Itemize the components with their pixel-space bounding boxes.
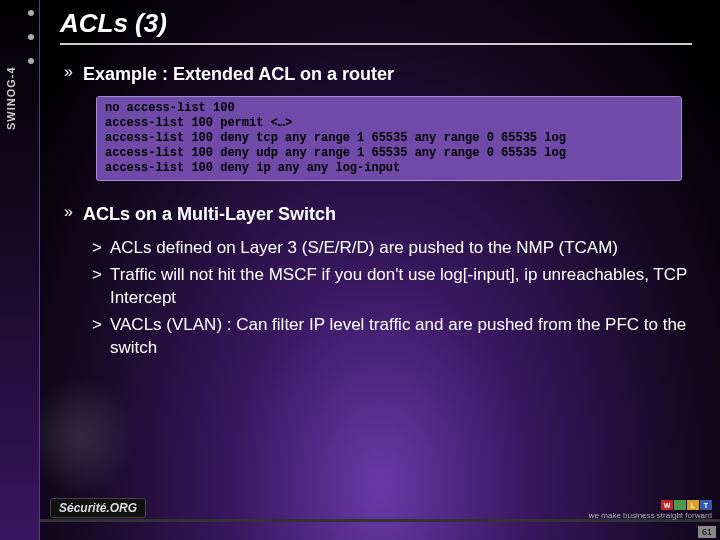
sidebar-dots	[28, 10, 34, 82]
chevron-icon: >	[92, 314, 102, 336]
page-number: 61	[698, 526, 716, 538]
bullet-text: Example : Extended ACL on a router	[83, 63, 394, 86]
code-block: no access-list 100 access-list 100 permi…	[96, 96, 682, 181]
sub-bullet: > VACLs (VLAN) : Can filter IP level tra…	[92, 314, 692, 360]
chevron-icon: >	[92, 264, 102, 286]
block: W	[661, 500, 673, 510]
sub-bullet: > Traffic will not hit the MSCF if you d…	[92, 264, 692, 310]
slide-title: ACLs (3)	[60, 8, 692, 39]
bullet-multilayer: » ACLs on a Multi-Layer Switch	[60, 203, 692, 226]
footer: Sécurité.ORG W L T we make business stra…	[40, 500, 720, 540]
block	[674, 500, 686, 510]
sub-text: ACLs defined on Layer 3 (S/E/R/D) are pu…	[110, 237, 618, 260]
arrow-icon: »	[64, 63, 73, 81]
bullet-text: ACLs on a Multi-Layer Switch	[83, 203, 336, 226]
color-blocks: W L T	[589, 500, 712, 510]
sub-text: Traffic will not hit the MSCF if you don…	[110, 264, 692, 310]
sub-bullet: > ACLs defined on Layer 3 (S/E/R/D) are …	[92, 237, 692, 260]
block: L	[687, 500, 699, 510]
sidebar: SWINOG-4	[0, 0, 40, 540]
title-rule	[60, 43, 692, 45]
arrow-icon: »	[64, 203, 73, 221]
block: T	[700, 500, 712, 510]
tagline: we make business straight forward	[589, 511, 712, 520]
fingerprint-graphic	[40, 372, 140, 502]
logo-securite: Sécurité.ORG	[50, 498, 146, 518]
sub-text: VACLs (VLAN) : Can filter IP level traff…	[110, 314, 692, 360]
chevron-icon: >	[92, 237, 102, 259]
slide-content: ACLs (3) » Example : Extended ACL on a r…	[40, 0, 720, 540]
sidebar-label: SWINOG-4	[5, 66, 17, 130]
bullet-example: » Example : Extended ACL on a router	[60, 63, 692, 86]
logo-right: W L T we make business straight forward	[589, 500, 712, 520]
